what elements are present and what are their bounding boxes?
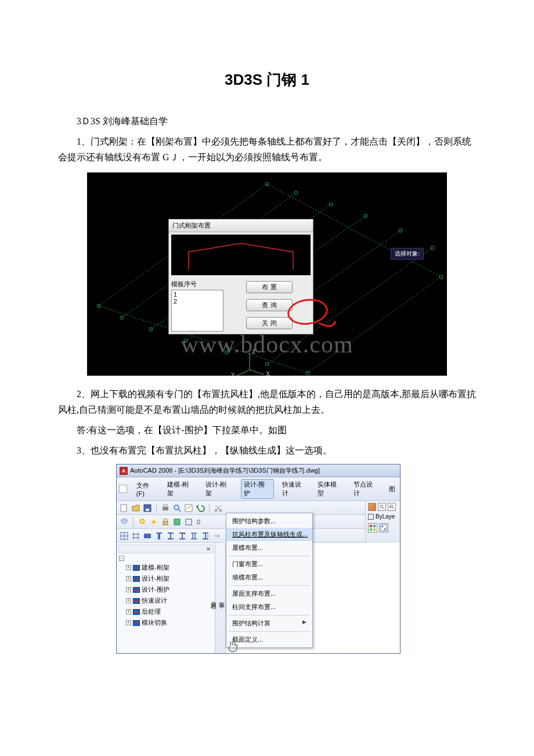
plot-icon[interactable]: [184, 503, 193, 513]
svg-rect-43: [174, 519, 180, 525]
menu-item-wall-purlin[interactable]: 墙檩布置...: [226, 571, 312, 584]
menu-model-frame[interactable]: 建模-刚架: [165, 480, 197, 498]
ibeam2-tool-icon[interactable]: [178, 531, 187, 541]
svg-rect-26: [121, 505, 127, 512]
window-titlebar[interactable]: A AutoCAD 2008 - [E:\3D3S刘海峰自学练习\3D3S门钢自…: [117, 465, 400, 477]
module-icon: [133, 576, 140, 582]
axis-x-label: X: [266, 370, 270, 376]
layer-icon[interactable]: [120, 517, 129, 527]
menu-item-wind-column-axis[interactable]: 抗风柱布置及纵轴线生成...: [226, 528, 312, 541]
vstrip-label-bottom[interactable]: 信息栏: [209, 546, 217, 650]
menu-item-roof-brace[interactable]: 屋面支撑布置...: [226, 587, 312, 600]
menu-design-frame[interactable]: 设计-刚架: [203, 480, 235, 498]
svg-rect-28: [146, 509, 149, 511]
zoom-realtime-icon[interactable]: +: [388, 503, 396, 511]
expand-icon[interactable]: +: [126, 598, 131, 603]
svg-rect-33: [185, 505, 192, 512]
menu-design-enclosure[interactable]: 设计-围护: [241, 479, 274, 499]
svg-point-37: [152, 520, 156, 524]
template-listbox[interactable]: 1 2: [171, 290, 223, 332]
dialog-preview-pane: [171, 235, 311, 275]
window-title-text: AutoCAD 2008 - [E:\3D3S刘海峰自学练习\3D3S门钢自学练…: [130, 466, 320, 475]
vstrip-label-top[interactable]: 荣单: [217, 546, 225, 650]
tree-node-design-enclosure[interactable]: + 设计-围护: [118, 584, 214, 595]
ibeam-tool-icon[interactable]: [166, 531, 175, 541]
zoom-window-icon[interactable]: [378, 503, 386, 511]
color-icon[interactable]: [172, 517, 182, 527]
svg-line-25: [237, 370, 250, 376]
tree-label: 模块切换: [142, 618, 167, 627]
undo-icon[interactable]: [196, 503, 205, 513]
module-icon: [133, 609, 140, 615]
menu-item-column-brace[interactable]: 柱间支撑布置...: [226, 600, 312, 614]
menu-item-enclosure-params[interactable]: 围护结构参数...: [226, 514, 312, 528]
frame-tool-icon[interactable]: [143, 531, 152, 541]
tree-node-model-frame[interactable]: + 建模-刚架: [118, 562, 214, 573]
svg-rect-60: [373, 528, 376, 531]
save-icon[interactable]: [143, 503, 152, 513]
sun-icon[interactable]: [149, 517, 158, 527]
tree-node-quick-design[interactable]: + 快速设计: [118, 595, 214, 606]
autocad-logo-icon: A: [120, 467, 128, 475]
bulb-icon[interactable]: [138, 517, 147, 527]
menu-item-roof-purlin[interactable]: 屋檩布置...: [226, 541, 312, 555]
tree-node-postprocess[interactable]: + 后处理: [118, 606, 214, 617]
svg-rect-30: [164, 505, 167, 507]
svg-rect-61: [381, 525, 387, 531]
tree-label: 后处理: [142, 607, 161, 616]
tree-label: 设计-围护: [142, 585, 169, 594]
document-icon: [119, 485, 127, 493]
query-button[interactable]: 查 询: [246, 299, 293, 311]
menu-node-design[interactable]: 节点设计: [351, 480, 381, 498]
svg-text:+: +: [390, 505, 392, 508]
svg-rect-62: [382, 526, 384, 528]
menu-file[interactable]: 文件(F): [134, 481, 160, 498]
dialog-titlebar[interactable]: 门式刚架布置: [169, 219, 313, 232]
tree-node-design-frame[interactable]: + 设计-刚架: [118, 573, 214, 584]
module-icon: [133, 598, 140, 604]
square-icon[interactable]: [184, 517, 193, 527]
list-item[interactable]: 1: [174, 291, 221, 298]
column-tool-icon[interactable]: [154, 531, 164, 541]
list-item[interactable]: 2: [174, 298, 221, 305]
close-button[interactable]: 关 闭: [246, 317, 293, 329]
menu-solid-model[interactable]: 实体模型: [315, 480, 345, 498]
ibeam3-tool-icon[interactable]: [189, 531, 199, 541]
palette1-icon[interactable]: [368, 523, 377, 532]
preview-icon[interactable]: [172, 503, 182, 513]
menu-bar: 文件(F) 建模-刚架 设计-刚架 设计-围护 快速设计 实体模型 节点设计 图: [117, 477, 400, 501]
tree-root[interactable]: −: [118, 555, 214, 562]
svg-point-31: [174, 505, 179, 510]
lock-icon[interactable]: [161, 517, 170, 527]
expand-icon[interactable]: +: [126, 565, 131, 570]
place-button[interactable]: 布 置: [246, 281, 293, 293]
menu-item-enclosure-calc[interactable]: 围护结构计算 ▶: [226, 617, 312, 630]
template-list-label: 模板序号: [171, 280, 223, 289]
tree-node-module-switch[interactable]: + 模块切换: [118, 617, 214, 628]
menu-quick-design[interactable]: 快速设计: [280, 480, 309, 498]
svg-rect-48: [144, 534, 151, 538]
menu-item-door-window[interactable]: 门窗布置...: [226, 557, 312, 571]
expand-icon[interactable]: +: [126, 576, 131, 581]
ibeam4-tool-icon[interactable]: [201, 531, 210, 541]
expand-icon[interactable]: +: [126, 609, 131, 614]
expand-icon[interactable]: +: [126, 620, 131, 625]
cut-icon[interactable]: [214, 503, 223, 513]
bylayer-selector[interactable]: ByLaye: [368, 513, 398, 520]
collapse-icon[interactable]: −: [119, 556, 124, 561]
hash-tool-icon[interactable]: [131, 531, 140, 541]
expand-icon[interactable]: +: [126, 587, 131, 592]
open-icon[interactable]: [131, 503, 140, 513]
module-icon: [133, 587, 140, 593]
drawing-canvas[interactable]: 围护结构参数... 抗风柱布置及纵轴线生成... 屋檩布置... 门窗布置...…: [226, 543, 400, 653]
arrow-tool-icon[interactable]: [212, 531, 222, 541]
svg-point-51: [184, 532, 186, 534]
para-1: 1、门式刚架：在【刚架布置】中必须先把每条轴线上都布置好了，才能点击【关闭】，否…: [39, 134, 476, 165]
palette2-icon[interactable]: [379, 523, 388, 532]
new-icon[interactable]: [120, 503, 129, 513]
zoom-extents-icon[interactable]: [368, 503, 376, 511]
print-icon[interactable]: [161, 503, 170, 513]
grid-tool-icon[interactable]: [120, 531, 129, 541]
menu-drawing[interactable]: 图: [387, 484, 398, 494]
svg-point-36: [140, 519, 145, 524]
